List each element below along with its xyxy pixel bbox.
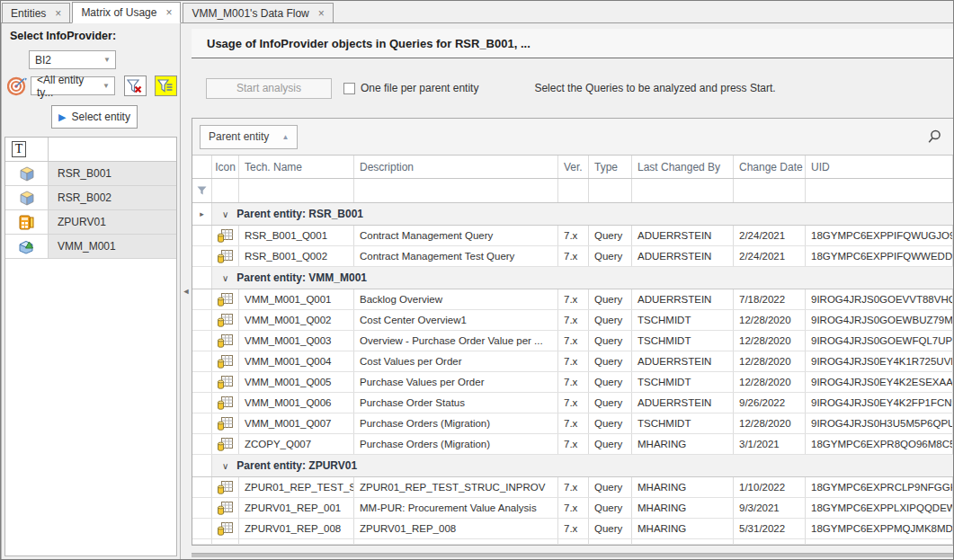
row-gutter — [192, 289, 212, 309]
horizontal-scrollbar[interactable] — [192, 553, 953, 557]
cell-tech-name: VMM_M001_Q001 — [239, 289, 354, 309]
filter-list-button[interactable] — [155, 76, 177, 96]
query-icon — [218, 314, 233, 327]
cell-last-changed-by: MHARING — [632, 477, 734, 497]
cell-type: Query — [589, 434, 632, 454]
entity-row-zpurv01[interactable]: ZPURV01 — [5, 210, 176, 235]
group-header-row[interactable]: ▸ ∨ Parent entity: RSR_B001 — [192, 203, 953, 226]
cell-tech-name: RSR_B001_Q001 — [239, 226, 354, 245]
query-icon — [218, 334, 233, 348]
column-header-uid[interactable]: UID — [806, 156, 953, 178]
cell-change-date: 2/24/2021 — [734, 246, 806, 266]
column-header-type[interactable]: Type — [589, 156, 632, 178]
funnel-icon — [197, 186, 207, 195]
row-gutter — [192, 246, 212, 266]
column-header-last-changed-by[interactable]: Last Changed By — [632, 156, 734, 178]
cell-uid: 9IROG4JRJS0EY4K2FP1FCN94C — [806, 393, 953, 413]
column-header-description[interactable]: Description — [354, 156, 558, 178]
query-row[interactable]: ZPUR01_REP_TEST_ST... ZPUR01_REP_TEST_ST… — [192, 477, 953, 498]
filter-cell[interactable] — [734, 179, 806, 202]
system-select[interactable]: BI2 ▼ — [29, 50, 116, 69]
filter-cell[interactable] — [354, 179, 558, 202]
filter-cell[interactable] — [632, 179, 734, 202]
query-row[interactable]: VMM_M001_Q004 Cost Values per Order 7.x … — [192, 351, 953, 372]
text-filter-icon[interactable]: T — [12, 141, 26, 157]
group-by-chip-parent-entity[interactable]: Parent entity ▲ — [200, 125, 298, 149]
query-row[interactable]: ZCOPY_Q007 Purchase Orders (Migration) 7… — [192, 434, 953, 455]
system-select-value: BI2 — [35, 54, 51, 67]
entity-type-select[interactable]: <All entity ty... ▼ — [31, 76, 115, 95]
cell-uid: 9IROG4JRJS0GOEWFQL7UPZ... — [806, 331, 953, 351]
query-row[interactable]: VMM_M001_Q001 Backlog Overview 7.x Query… — [192, 289, 953, 310]
entity-row-rsr-b002[interactable]: RSR_B002 — [5, 186, 176, 210]
entity-list: T RSR_B001 — [4, 137, 177, 556]
close-icon[interactable]: × — [165, 7, 172, 18]
entity-row-vmm-m001[interactable]: VMM_M001 — [5, 235, 176, 259]
query-row[interactable]: RSR_B001_Q001 Contract Management Query … — [192, 226, 953, 246]
icon-cell — [212, 434, 239, 454]
cell-uid: 18GYMPC6EXPPLXIPQQDEWTI... — [806, 498, 953, 518]
entity-row-rsr-b001[interactable]: RSR_B001 — [5, 162, 176, 186]
icon-cell — [212, 331, 239, 351]
cell-last-changed-by: TSCHMIDT — [632, 413, 734, 433]
multiprovider-icon — [5, 235, 49, 258]
cell-change-date: 12/28/2020 — [734, 310, 806, 330]
query-icon — [218, 438, 233, 451]
document-tabbar: Entities × Matrix of Usage × VMM_M001's … — [1, 1, 953, 23]
group-header-row[interactable]: ▸ ∨ Parent entity: VMM_M001 — [192, 267, 953, 289]
cell-ver: 7.x — [558, 393, 589, 413]
horizontal-scrollbar-thumb[interactable] — [192, 553, 953, 557]
cell-type: Query — [589, 289, 632, 309]
query-row[interactable]: ZPURV01_REP_008 ZPURV01_REP_008 7.x Quer… — [192, 519, 953, 539]
filter-cell[interactable] — [806, 179, 953, 202]
query-row[interactable]: ZPURV01_REP_001 MM-PUR: Procurement Valu… — [192, 498, 953, 519]
one-file-checkbox-group[interactable]: One file per parent entity — [343, 82, 478, 94]
cell-ver: 7.x — [558, 372, 589, 392]
one-file-checkbox[interactable] — [343, 83, 355, 94]
filter-cell[interactable] — [239, 179, 354, 202]
collapse-group-icon[interactable]: ∨ — [222, 209, 228, 219]
filter-cell[interactable] — [212, 179, 239, 202]
tab-matrix-of-usage[interactable]: Matrix of Usage × — [72, 2, 181, 23]
column-header-tech-name[interactable]: Tech. Name — [239, 156, 354, 178]
collapse-sidebar-icon[interactable]: ◄ — [183, 287, 191, 296]
icon-cell — [212, 393, 239, 413]
cell-last-changed-by: MHARING — [632, 519, 734, 538]
clear-filter-button[interactable] — [124, 76, 147, 96]
icon-cell — [212, 413, 239, 433]
close-icon[interactable]: × — [318, 8, 325, 19]
cell-tech-name: RSR_B001_Q002 — [239, 246, 354, 266]
query-row[interactable]: VMM_M001_Q005 Purchase Values per Order … — [192, 372, 953, 393]
cell-tech-name: VMM_M001_Q005 — [239, 372, 354, 392]
query-row[interactable]: VMM_M001_Q007 Purchase Orders (Migration… — [192, 413, 953, 434]
cell-change-date: 9/3/2021 — [734, 498, 806, 518]
row-gutter — [192, 519, 212, 538]
tab-label: VMM_M001's Data Flow — [192, 7, 308, 20]
column-header-change-date[interactable]: Change Date — [734, 156, 806, 178]
collapse-group-icon[interactable]: ∨ — [222, 273, 228, 283]
select-entity-button[interactable]: ▶ Select entity — [51, 105, 138, 129]
query-row[interactable]: VMM_M001_Q006 Purchase Order Status 7.x … — [192, 393, 953, 413]
group-header-row[interactable]: ▸ ∨ Parent entity: ZPURV01 — [192, 455, 953, 477]
query-row[interactable]: RSR_B001_Q002 Contract Management Test Q… — [192, 246, 953, 267]
select-entity-label: Select entity — [72, 111, 130, 123]
query-row[interactable]: VMM_M001_Q003 Overview - Purchase Order … — [192, 331, 953, 351]
filter-cell[interactable] — [589, 179, 632, 202]
cell-ver: 7.x — [558, 413, 589, 433]
query-row[interactable]: VMM_M001_Q002 Cost Center Overview1 7.x … — [192, 310, 953, 331]
cell-change-date: 12/28/2020 — [734, 331, 806, 351]
filter-cell[interactable] — [558, 179, 589, 202]
cell-last-changed-by: ADUERRSTEIN — [632, 393, 734, 413]
tab-entities[interactable]: Entities × — [2, 3, 70, 22]
collapse-group-icon[interactable]: ∨ — [222, 461, 228, 471]
search-button[interactable] — [926, 129, 942, 145]
column-header-icon[interactable]: Icon — [212, 156, 239, 178]
close-icon[interactable]: × — [55, 8, 61, 19]
column-header-ver[interactable]: Ver. — [558, 156, 589, 178]
tab-data-flow[interactable]: VMM_M001's Data Flow × — [183, 3, 333, 22]
app-window: Entities × Matrix of Usage × VMM_M001's … — [0, 0, 954, 560]
icon-cell — [212, 498, 239, 518]
start-analysis-button[interactable]: Start analysis — [206, 78, 332, 99]
sidebar-splitter[interactable]: ◄ — [181, 23, 192, 559]
row-gutter — [192, 226, 212, 245]
